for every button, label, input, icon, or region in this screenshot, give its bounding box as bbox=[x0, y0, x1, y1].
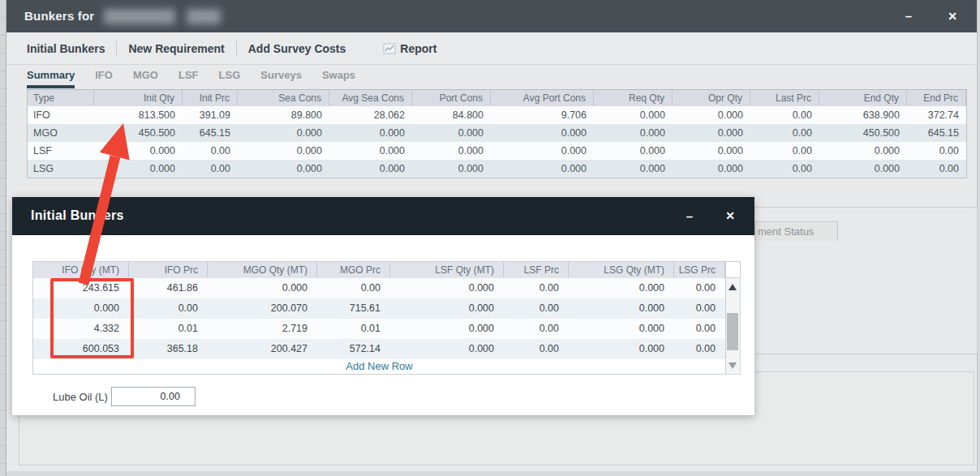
cell: 0.000 bbox=[673, 142, 750, 160]
new-requirement-button[interactable]: New Requirement bbox=[128, 42, 224, 55]
cell[interactable]: 0.000 bbox=[390, 339, 504, 359]
tab-swaps[interactable]: Swaps bbox=[322, 69, 355, 88]
column-header-init-qty[interactable]: Init Qty bbox=[94, 90, 183, 106]
cell[interactable]: 0.000 bbox=[390, 319, 504, 339]
cell: 0.000 bbox=[329, 142, 412, 160]
cell[interactable]: 0.000 bbox=[569, 298, 674, 319]
tab-summary[interactable]: Summary bbox=[27, 69, 75, 88]
column-header-lsf-qty-mt-[interactable]: LSF Qty (MT) bbox=[390, 262, 504, 278]
table-row[interactable]: MGO450.500645.150.0000.0000.0000.0000.00… bbox=[28, 124, 966, 142]
window-titlebar[interactable]: Bunkers for – ✕ bbox=[6, 0, 977, 32]
cell[interactable]: 0.00 bbox=[129, 298, 208, 319]
column-header-port-cons[interactable]: Port Cons bbox=[412, 90, 491, 106]
cell[interactable]: 365.18 bbox=[129, 339, 208, 359]
table-row[interactable]: LSG0.0000.000.0000.0000.0000.0000.0000.0… bbox=[28, 160, 966, 178]
column-header-lsg-qty-mt-[interactable]: LSG Qty (MT) bbox=[569, 262, 674, 278]
cell[interactable]: 0.01 bbox=[129, 319, 208, 339]
add-new-row-link[interactable]: Add New Row bbox=[33, 359, 725, 374]
column-header-avg-port-cons[interactable]: Avg Port Cons bbox=[491, 90, 594, 106]
table-row[interactable]: LSF0.0000.000.0000.0000.0000.0000.0000.0… bbox=[28, 142, 966, 160]
dialog-minimize-button[interactable]: – bbox=[675, 197, 704, 235]
bunker-summary-table: TypeInit QtyInit PrcSea ConsAvg Sea Cons… bbox=[27, 89, 967, 178]
column-header-mgo-prc[interactable]: MGO Prc bbox=[317, 262, 390, 278]
initial-bunkers-button[interactable]: Initial Bunkers bbox=[27, 42, 105, 55]
cell[interactable]: 0.000 bbox=[208, 278, 317, 298]
column-header-req-qty[interactable]: Req Qty bbox=[594, 90, 673, 106]
column-header-sea-cons[interactable]: Sea Cons bbox=[238, 90, 329, 106]
cell[interactable]: 0.00 bbox=[674, 319, 725, 339]
cell: LSG bbox=[28, 160, 94, 178]
table-row[interactable]: 243.615461.860.0000.000.0000.000.0000.00 bbox=[33, 278, 725, 298]
cell[interactable]: 0.00 bbox=[674, 278, 725, 298]
cell[interactable]: 0.00 bbox=[674, 298, 725, 319]
cell[interactable]: 0.000 bbox=[569, 319, 674, 339]
column-header-lsg-prc[interactable]: LSG Prc bbox=[674, 262, 725, 278]
cell[interactable]: 600.053 bbox=[33, 339, 129, 359]
tab-lsg[interactable]: LSG bbox=[219, 69, 241, 88]
cell[interactable]: 0.00 bbox=[504, 339, 569, 359]
cell: 89.800 bbox=[238, 106, 329, 124]
add-survey-costs-button[interactable]: Add Survey Costs bbox=[248, 42, 346, 55]
column-header-end-qty[interactable]: End Qty bbox=[819, 90, 907, 106]
table-row[interactable]: 4.3320.012.7190.010.0000.000.0000.00 bbox=[33, 319, 725, 339]
cell[interactable]: 0.00 bbox=[504, 319, 569, 339]
report-button[interactable]: Report bbox=[383, 42, 436, 55]
cell[interactable]: 0.00 bbox=[504, 278, 569, 298]
cell: 0.00 bbox=[183, 160, 238, 178]
cell: 0.000 bbox=[819, 160, 907, 178]
cell: 0.000 bbox=[238, 142, 329, 160]
cell: 372.74 bbox=[907, 106, 966, 124]
column-header-lsf-prc[interactable]: LSF Prc bbox=[504, 262, 569, 278]
tab-mgo[interactable]: MGO bbox=[133, 69, 158, 88]
column-header-end-prc[interactable]: End Prc bbox=[907, 90, 966, 106]
cell: 0.000 bbox=[594, 106, 673, 124]
cell[interactable]: 0.00 bbox=[317, 278, 390, 298]
scrollbar-thumb[interactable] bbox=[727, 313, 738, 350]
cell[interactable]: 0.01 bbox=[317, 319, 390, 339]
scrollbar-track[interactable] bbox=[726, 278, 741, 375]
cell[interactable]: 200.070 bbox=[208, 298, 317, 319]
status-panel-header[interactable]: ment Status bbox=[754, 221, 838, 241]
scrollbar-header-spacer bbox=[726, 261, 741, 278]
column-header-last-prc[interactable]: Last Prc bbox=[750, 90, 819, 106]
tab-surveys[interactable]: Surveys bbox=[260, 69, 302, 88]
close-button[interactable]: ✕ bbox=[936, 0, 969, 32]
cell[interactable]: 243.615 bbox=[33, 278, 129, 298]
lube-oil-input[interactable] bbox=[111, 387, 196, 406]
cell[interactable]: 0.000 bbox=[569, 278, 674, 298]
column-header-ifo-qty-mt-[interactable]: IFO Qty (MT) bbox=[33, 262, 129, 278]
dialog-close-button[interactable]: ✕ bbox=[716, 197, 745, 235]
cell[interactable]: 0.000 bbox=[390, 278, 504, 298]
column-header-type[interactable]: Type bbox=[28, 90, 94, 106]
cell[interactable]: 4.332 bbox=[33, 319, 129, 339]
dialog-table-scrollbar[interactable] bbox=[726, 261, 741, 375]
column-header-avg-sea-cons[interactable]: Avg Sea Cons bbox=[329, 90, 412, 106]
cell[interactable]: 0.00 bbox=[504, 298, 569, 319]
table-row[interactable]: 0.0000.00200.070715.610.0000.000.0000.00 bbox=[33, 298, 725, 319]
cell[interactable]: 0.000 bbox=[569, 339, 674, 359]
cell[interactable]: 2.719 bbox=[208, 319, 317, 339]
cell: MGO bbox=[28, 124, 94, 142]
tab-lsf[interactable]: LSF bbox=[178, 69, 199, 88]
scroll-down-icon[interactable] bbox=[729, 362, 737, 369]
column-header-opr-qty[interactable]: Opr Qty bbox=[673, 90, 750, 106]
cell[interactable]: 0.000 bbox=[33, 298, 129, 319]
scroll-up-icon[interactable] bbox=[729, 284, 737, 290]
table-row[interactable]: IFO813.500391.0989.80028.06284.8009.7060… bbox=[28, 106, 966, 124]
cell: 0.000 bbox=[673, 106, 750, 124]
cell: 0.000 bbox=[329, 124, 412, 142]
dialog-titlebar[interactable]: Initial Bunkers – ✕ bbox=[12, 197, 754, 235]
cell[interactable]: 200.427 bbox=[208, 339, 317, 359]
column-header-init-prc[interactable]: Init Prc bbox=[183, 90, 238, 106]
cell[interactable]: 0.00 bbox=[674, 339, 725, 359]
cell: 28.062 bbox=[329, 106, 412, 124]
column-header-ifo-prc[interactable]: IFO Prc bbox=[129, 262, 208, 278]
tab-ifo[interactable]: IFO bbox=[95, 69, 113, 88]
cell[interactable]: 715.61 bbox=[317, 298, 390, 319]
minimize-button[interactable]: – bbox=[892, 0, 925, 32]
column-header-mgo-qty-mt-[interactable]: MGO Qty (MT) bbox=[208, 262, 317, 278]
cell[interactable]: 0.000 bbox=[390, 298, 504, 319]
cell[interactable]: 572.14 bbox=[317, 339, 390, 359]
table-row[interactable]: 600.053365.18200.427572.140.0000.000.000… bbox=[33, 339, 725, 359]
cell[interactable]: 461.86 bbox=[129, 278, 208, 298]
